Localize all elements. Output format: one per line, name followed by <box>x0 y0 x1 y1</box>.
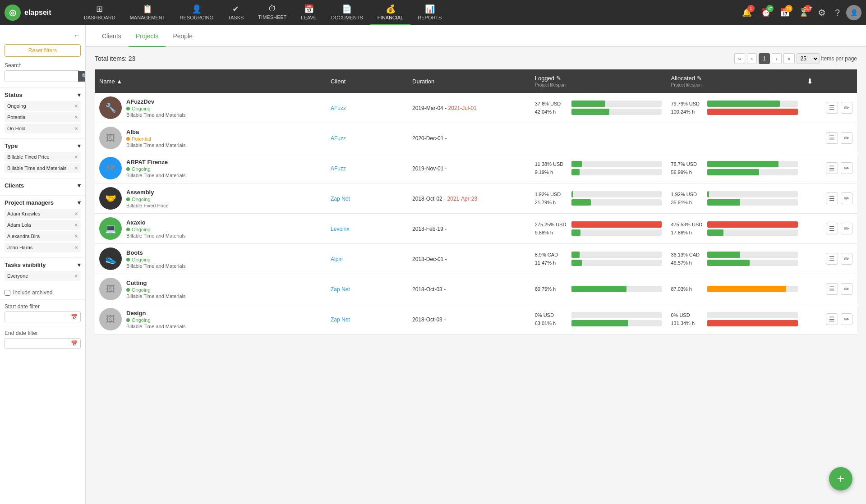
remove-john-btn[interactable]: × <box>74 244 78 251</box>
col-header-name[interactable]: Name ▲ <box>95 69 326 93</box>
start-date-input[interactable]: 📅 <box>5 312 81 322</box>
project-list-btn[interactable]: ☰ <box>826 283 838 295</box>
tab-people[interactable]: People <box>166 25 200 47</box>
project-list-btn[interactable]: ☰ <box>826 102 838 114</box>
status-dot <box>126 228 130 231</box>
status-dot <box>126 318 130 322</box>
sidebar-collapse-btn[interactable]: ← <box>0 30 85 44</box>
project-edit-btn[interactable]: ✏ <box>841 223 852 234</box>
reset-filters-button[interactable]: Reset filters <box>5 44 81 57</box>
project-type: Billable Fixed Price <box>126 203 169 208</box>
project-list-btn[interactable]: ☰ <box>826 223 838 234</box>
type-filter-header[interactable]: Type ▾ <box>5 142 81 149</box>
app-logo[interactable]: ◎ elapseit <box>5 5 68 21</box>
nav-dashboard[interactable]: ⊞ DASHBOARD <box>77 0 123 25</box>
search-input[interactable] <box>5 71 78 82</box>
items-per-page-select[interactable]: 25 50 100 <box>797 53 820 64</box>
start-date-filter: Start date filter 📅 <box>0 299 85 326</box>
page-1-btn[interactable]: 1 <box>759 53 770 64</box>
table-row: 🖼 Design Ongoing Billable Time and Mater… <box>95 304 857 334</box>
remove-everyone-btn[interactable]: × <box>74 272 78 279</box>
project-list-btn[interactable]: ☰ <box>826 313 838 325</box>
status-dot <box>126 258 130 261</box>
project-status: Ongoing <box>126 287 185 293</box>
project-edit-btn[interactable]: ✏ <box>841 132 852 144</box>
out-btn[interactable]: ⏳OUT <box>796 5 811 20</box>
client-link[interactable]: AFuzz <box>331 105 346 111</box>
timer-btn[interactable]: ⏰47 <box>758 5 774 20</box>
project-list-btn[interactable]: ☰ <box>826 132 838 144</box>
page-first-btn[interactable]: « <box>734 53 746 64</box>
include-archived-checkbox[interactable] <box>5 290 10 296</box>
settings-btn[interactable]: ⚙ <box>815 5 829 21</box>
project-duration-cell: 2018-Dec-01 - <box>408 244 530 274</box>
nav-items: ⊞ DASHBOARD 📋 MANAGEMENT 👤 RESOURCING ✔ … <box>77 0 739 25</box>
project-list-btn[interactable]: ☰ <box>826 253 838 265</box>
reports-icon: 📊 <box>425 4 435 14</box>
page-prev-btn[interactable]: ‹ <box>747 53 757 64</box>
remove-potential-btn[interactable]: × <box>74 114 78 121</box>
user-avatar[interactable]: 👤 <box>846 5 861 20</box>
client-link[interactable]: Alpin <box>331 256 343 262</box>
client-link[interactable]: AFuzz <box>331 135 346 142</box>
remove-fixed-btn[interactable]: × <box>74 153 78 160</box>
client-link[interactable]: AFuzz <box>331 165 346 172</box>
calendar-btn[interactable]: 📅75 <box>777 5 792 20</box>
project-client-cell: Zap Net <box>326 274 408 304</box>
timesheet-icon: ⏱ <box>268 4 276 14</box>
remove-ongoing-btn[interactable]: × <box>74 102 78 110</box>
project-edit-btn[interactable]: ✏ <box>841 253 852 265</box>
project-list-btn[interactable]: ☰ <box>826 162 838 174</box>
project-allocated-cell <box>666 123 802 153</box>
project-list-btn[interactable]: ☰ <box>826 192 838 204</box>
nav-tasks[interactable]: ✔ TASKS <box>221 0 251 25</box>
client-link[interactable]: Zap Net <box>331 316 350 323</box>
status-filter-header[interactable]: Status ▾ <box>5 92 81 98</box>
add-project-fab[interactable]: + <box>829 467 852 490</box>
end-date-input[interactable]: 📅 <box>5 338 81 349</box>
project-logged-cell <box>530 123 667 153</box>
duration-text: 2018-Dec-01 - <box>412 256 447 262</box>
project-edit-btn[interactable]: ✏ <box>841 162 852 174</box>
nav-leave[interactable]: 📅 LEAVE <box>294 0 324 25</box>
nav-reports[interactable]: 📊 REPORTS <box>410 0 449 25</box>
items-per-page: 25 50 100 items per page <box>797 53 857 64</box>
search-button[interactable]: 🔍 <box>78 71 86 82</box>
page-last-btn[interactable]: » <box>783 53 795 64</box>
project-edit-btn[interactable]: ✏ <box>841 283 852 295</box>
pagination: « ‹ 1 › » 25 50 100 items per page <box>734 53 857 64</box>
pm-filter-header[interactable]: Project managers ▾ <box>5 199 81 206</box>
project-name-cell: 👟 Boots Ongoing Billable Time and Materi… <box>95 244 326 274</box>
remove-adam-l-btn[interactable]: × <box>74 221 78 229</box>
nav-resourcing[interactable]: 👤 RESOURCING <box>173 0 221 25</box>
client-link[interactable]: Zap Net <box>331 196 350 202</box>
remove-alex-btn[interactable]: × <box>74 233 78 240</box>
nav-timesheet[interactable]: ⏱ TIMESHEET <box>251 0 294 25</box>
project-duration-cell: 2018-Oct-03 - <box>408 274 530 304</box>
project-edit-btn[interactable]: ✏ <box>841 313 852 325</box>
project-edit-btn[interactable]: ✏ <box>841 192 852 204</box>
project-status: Ongoing <box>126 227 185 232</box>
client-link[interactable]: Levonix <box>331 226 349 232</box>
help-btn[interactable]: ? <box>832 5 843 21</box>
tv-filter-header[interactable]: Tasks visibility ▾ <box>5 261 81 268</box>
project-duration-cell: 2018-Oct-03 - <box>408 304 530 334</box>
project-thumbnail: 🗺 <box>99 157 122 179</box>
project-edit-btn[interactable]: ✏ <box>841 102 852 114</box>
project-status: Ongoing <box>126 317 185 323</box>
type-tag-time: Billable Time and Materials × <box>5 163 81 173</box>
remove-onhold-btn[interactable]: × <box>74 125 78 132</box>
download-btn[interactable]: ⬇ <box>807 77 813 86</box>
tab-projects[interactable]: Projects <box>129 25 166 47</box>
tasks-visibility-filter: Tasks visibility ▾ Everyone × <box>0 257 85 286</box>
client-link[interactable]: Zap Net <box>331 286 350 293</box>
remove-time-btn[interactable]: × <box>74 165 78 172</box>
page-next-btn[interactable]: › <box>772 53 782 64</box>
notifications-btn[interactable]: 🔔1 <box>739 5 755 20</box>
nav-financial[interactable]: 💰 FINANCIAL <box>370 0 410 25</box>
nav-documents[interactable]: 📄 DOCUMENTS <box>324 0 370 25</box>
clients-filter-header[interactable]: Clients ▾ <box>5 182 81 189</box>
remove-adam-k-btn[interactable]: × <box>74 210 78 217</box>
tab-clients[interactable]: Clients <box>95 25 129 47</box>
nav-management[interactable]: 📋 MANAGEMENT <box>123 0 173 25</box>
